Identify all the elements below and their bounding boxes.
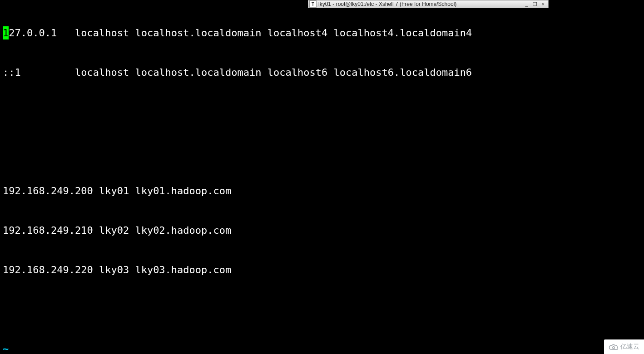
- window-titlebar[interactable]: T lky01 - root@lky01:/etc - Xshell 7 (Fr…: [308, 0, 549, 8]
- cloud-icon: [609, 343, 619, 350]
- line-text: 27.0.0.1 localhost localhost.localdomain…: [9, 27, 472, 39]
- cursor: 1: [3, 26, 9, 39]
- app-icon: T: [309, 0, 317, 8]
- watermark: 亿速云: [604, 339, 644, 354]
- file-line: 127.0.0.1 localhost localhost.localdomai…: [3, 26, 644, 39]
- file-line: [3, 303, 644, 316]
- file-line: 192.168.249.210 lky02 lky02.hadoop.com: [3, 224, 644, 237]
- file-line: [3, 145, 644, 158]
- watermark-text: 亿速云: [620, 343, 639, 351]
- file-line: ::1 localhost localhost.localdomain loca…: [3, 66, 644, 79]
- restore-button[interactable]: ❐: [532, 2, 538, 7]
- terminal-editor[interactable]: 127.0.0.1 localhost localhost.localdomai…: [0, 0, 644, 354]
- close-button[interactable]: ×: [541, 2, 545, 7]
- minimize-button[interactable]: _: [524, 2, 529, 7]
- window-controls: _ ❐ ×: [524, 2, 548, 7]
- file-line: 192.168.249.220 lky03 lky03.hadoop.com: [3, 263, 644, 276]
- file-line: [3, 105, 644, 118]
- window-title: lky01 - root@lky01:/etc - Xshell 7 (Free…: [318, 1, 524, 7]
- file-line: 192.168.249.200 lky01 lky01.hadoop.com: [3, 184, 644, 197]
- empty-line-tilde: ~: [3, 342, 644, 354]
- svg-point-0: [613, 347, 614, 349]
